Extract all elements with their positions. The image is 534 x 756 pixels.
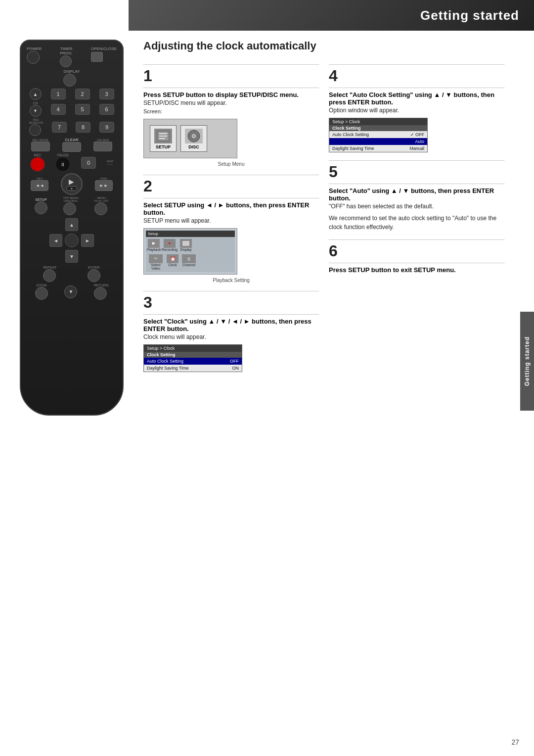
side-tab-label: Getting started xyxy=(524,336,531,386)
clock-row-dst: Daylight Saving Time ON xyxy=(144,365,242,372)
num7-button[interactable]: 7 xyxy=(52,122,67,133)
num4-button[interactable]: 4 xyxy=(51,104,66,115)
power-button[interactable]: POWER xyxy=(27,47,42,67)
step2-number: 2 xyxy=(143,178,319,194)
ch-buttons[interactable]: CH ▼ xyxy=(30,101,42,117)
section-title: Adjusting the clock automatically xyxy=(143,40,504,52)
disc-icon-img xyxy=(185,129,203,143)
disc-icon-box: DISC xyxy=(180,125,207,152)
rec-mode-button[interactable]: REC MODE xyxy=(31,139,50,151)
setup-button[interactable]: SETUP xyxy=(35,198,47,214)
recording-icon: ● Recording xyxy=(162,239,178,251)
num5-button[interactable]: 5 xyxy=(75,104,90,115)
timer-prog-button[interactable]: TIMER PROG. xyxy=(60,47,73,67)
top-menu-button[interactable]: TOP MENU ORIGINAL xyxy=(63,196,79,215)
nav-center-indicator xyxy=(65,234,79,247)
cm-skip-button[interactable]: CM SKIP xyxy=(93,139,112,151)
step4-number: 4 xyxy=(329,68,504,84)
setup-label: SETUP xyxy=(154,144,172,149)
setup-icon-img xyxy=(154,129,172,143)
clock-row-auto: Auto Clock Setting OFF xyxy=(144,358,242,365)
step2-divider xyxy=(143,175,319,175)
page-number: 27 xyxy=(511,738,519,746)
enter-button[interactable]: ENTER xyxy=(88,266,100,282)
step2-body: SETUP menu will appear. xyxy=(143,216,319,225)
repeat-button[interactable]: REPEAT xyxy=(43,266,57,282)
zoom-button[interactable]: ZOOM xyxy=(35,284,48,300)
step1-title: Press SETUP button to display SETUP/DISC… xyxy=(143,91,319,98)
step6-divider2 xyxy=(329,263,504,263)
num0-button[interactable]: 0 xyxy=(81,157,96,169)
step-3: 3 Select "Clock" using ▲ / ▼ / ◄ / ► but… xyxy=(143,291,319,372)
step6-title: Press SETUP button to exit SETUP menu. xyxy=(329,266,504,274)
open-close-label: OPEN/CLOSE xyxy=(91,47,117,51)
num8-button[interactable]: 8 xyxy=(76,122,90,133)
menu-icons-row: SETUP DISC xyxy=(147,122,234,155)
step-4: 4 Select "Auto Clock Setting" using ▲ / … xyxy=(329,64,504,152)
step5-divider xyxy=(329,160,504,161)
menu-button[interactable]: MENU PLAY LIST xyxy=(94,196,109,215)
timer-prog-label: TIMER xyxy=(60,47,73,51)
svg-point-6 xyxy=(193,135,195,137)
disc-label: DISC xyxy=(185,144,203,149)
pause-button[interactable]: PAUSE ⏸ xyxy=(55,153,70,172)
rec-button[interactable]: REC xyxy=(30,153,45,172)
step5-number: 5 xyxy=(329,164,504,180)
step-1: 1 Press SETUP button to display SETUP/DI… xyxy=(143,64,319,167)
num9-button[interactable]: 9 xyxy=(99,122,114,133)
step6-number: 6 xyxy=(329,243,504,259)
playback-icon: ▶ Playback xyxy=(147,239,161,251)
option-row-auto-clock: Auto Clock Setting ✓ OFF xyxy=(329,131,427,138)
num2-button[interactable]: 2 xyxy=(75,89,90,99)
num3-button[interactable]: 3 xyxy=(99,89,114,99)
num6-button[interactable]: 6 xyxy=(99,104,114,115)
header-bar: Getting started xyxy=(129,0,534,31)
setup-menu-icons: ▶ Playback ● Recording Display xyxy=(146,237,235,253)
clock-menu-screen-step3: Setup > Clock Clock Setting Auto Clock S… xyxy=(143,344,242,372)
option-header: Clock Setting xyxy=(329,125,427,131)
num1-button[interactable]: 1 xyxy=(51,89,66,99)
step3-divider xyxy=(143,291,319,291)
nav-left-button[interactable]: ◄ xyxy=(49,234,62,247)
display-button[interactable]: DISPLAY xyxy=(63,69,80,87)
header-title: Getting started xyxy=(420,8,519,23)
nav-right-button[interactable]: ► xyxy=(81,234,94,247)
main-content: Adjusting the clock automatically 1 Pres… xyxy=(134,35,514,385)
rec-monitor-button[interactable]: REC MONITOR xyxy=(29,118,43,136)
remote-control: POWER TIMER PROG. OPEN/CLOSE DISPLAY xyxy=(15,40,129,425)
step5-divider2 xyxy=(329,184,504,184)
setup-menu-icons-row2: ✂ Select Video ⏰ Clock ||| Channel xyxy=(146,253,235,272)
nav-down-button[interactable]: ▼ xyxy=(65,250,78,263)
option-row-dst: Daylight Saving Time Manual xyxy=(329,145,427,152)
clear-button[interactable]: CLEAR xyxy=(62,138,81,152)
clock-menu-header: Clock Setting xyxy=(144,352,242,358)
timer-prog-label2: PROG. xyxy=(60,51,73,55)
open-close-button[interactable]: OPEN/CLOSE xyxy=(91,47,117,67)
arrow-down-button[interactable]: ▼ xyxy=(64,285,77,298)
navigation-cross: ▲ ▼ ◄ ► xyxy=(49,218,94,263)
rev-button[interactable]: REV ◄◄ xyxy=(31,177,48,191)
nav-up-button[interactable]: ▲ xyxy=(65,218,78,231)
step1-divider2 xyxy=(143,88,319,88)
option-row-auto: Auto xyxy=(329,138,427,145)
setup-menu-box: SETUP xyxy=(150,125,177,152)
return-button[interactable]: RETURN xyxy=(94,284,108,300)
display-label: DISPLAY xyxy=(63,69,80,74)
step6-divider xyxy=(329,239,504,240)
step1-sublabel: Screen: xyxy=(143,107,319,116)
arrow-up-button[interactable]: ▲ xyxy=(30,88,42,100)
play-button[interactable]: ▶ ■ xyxy=(61,173,83,195)
power-label: POWER xyxy=(27,47,42,51)
setup-icon-box: SETUP xyxy=(150,125,177,152)
step4-divider2 xyxy=(329,88,504,88)
step5-title: Select "Auto" using ▲ / ▼ buttons, then … xyxy=(329,187,504,202)
disc-menu-box: DISC xyxy=(180,125,207,152)
step3-number: 3 xyxy=(143,294,319,310)
step3-divider2 xyxy=(143,314,319,315)
step4-divider xyxy=(329,64,504,65)
fwd-button[interactable]: FWD ►► xyxy=(95,177,113,191)
setup-disc-screen: SETUP DISC xyxy=(143,119,237,158)
step4-title: Select "Auto Clock Setting" using ▲ / ▼ … xyxy=(329,91,504,106)
step2-title: Select SETUP using ◄ / ► buttons, then p… xyxy=(143,201,319,216)
step1-divider xyxy=(143,64,319,65)
